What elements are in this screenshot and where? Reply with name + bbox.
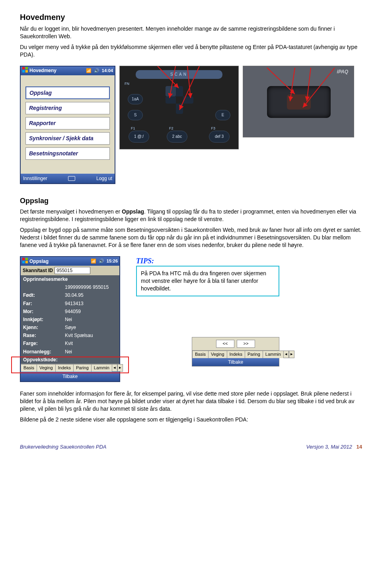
val-innkjopt: Nei <box>65 316 72 323</box>
mini-footer-tilbake[interactable]: Tilbake <box>228 359 243 365</box>
tab-paring[interactable]: Paring <box>73 364 92 372</box>
hovedmeny-footer: Innstillinger Logg ut <box>21 174 115 183</box>
hovedmeny-window: Hovedmeny 📶 🔊 14:04 Oppslag Registrering… <box>20 66 115 184</box>
speaker-icon: 🔊 <box>99 258 104 264</box>
ipaq-nav-recess <box>267 86 331 118</box>
nav-arrows-screenshot: << >> Basis Veging Indeks Paring Lammin … <box>192 337 279 367</box>
svg-rect-3 <box>25 70 28 73</box>
key-e[interactable]: E <box>215 110 230 120</box>
skann-id-input[interactable]: 955015 <box>55 267 90 274</box>
key-3[interactable]: def 3 <box>209 131 230 143</box>
val-ids: 1999999996 955015 <box>65 284 109 290</box>
oppslag-clock: 15:26 <box>107 258 118 264</box>
val-far: 9413413 <box>65 300 84 307</box>
year-prev-button[interactable]: << <box>216 340 234 348</box>
windows-start-icon[interactable] <box>22 258 28 265</box>
svg-rect-13 <box>25 258 28 260</box>
mini-tab-indeks[interactable]: Indeks <box>227 351 245 358</box>
oppslag-titlebar: Oppslag 📶 🔊 15:26 <box>21 257 119 266</box>
oppslag-paragraph-1: Det første menyvalget i hovedmenyen er O… <box>20 208 362 223</box>
val-mor: 944059 <box>65 308 81 315</box>
key-s[interactable]: S <box>128 110 143 120</box>
val-fodt: 30.04.95 <box>65 292 84 298</box>
mini-tab-basis[interactable]: Basis <box>192 351 209 358</box>
scan-key[interactable]: SCAN <box>136 70 222 79</box>
f3-label: F3 <box>211 126 215 131</box>
key-2[interactable]: 2 abc <box>167 131 187 143</box>
val-farge: Kvit <box>65 340 73 347</box>
lbl-opprinnelsesmerke: Opprinnelsesmerke <box>23 276 65 282</box>
dpad-down-icon[interactable] <box>176 104 183 114</box>
windows-start-icon[interactable] <box>22 67 28 74</box>
oppslag-footer: Tilbake <box>21 372 119 381</box>
mini-tab-lammin[interactable]: Lammin <box>263 351 284 358</box>
svg-rect-12 <box>22 258 25 260</box>
f2-label: F2 <box>169 126 173 131</box>
tab-scroll-right-icon[interactable]: ▸ <box>117 364 123 372</box>
oppslag-p1a: Det første menyvalget i hovedmenyen er <box>20 208 122 215</box>
dpad-up-icon[interactable] <box>176 86 183 96</box>
svg-rect-2 <box>22 70 25 73</box>
val-kjonn: Søye <box>65 324 76 331</box>
footer-loggut[interactable]: Logg ut <box>96 175 112 182</box>
dpad-left-icon[interactable] <box>166 96 176 104</box>
mini-scroll-right-icon[interactable]: ▸ <box>289 351 294 358</box>
ipaq-nav-button[interactable] <box>287 94 311 110</box>
mini-scroll-left-icon[interactable]: ◂ <box>283 351 289 358</box>
lbl-oppvekstkode: Oppvekstkode: <box>23 357 65 363</box>
ipaq-photo: iPAQ <box>243 66 354 137</box>
intro-paragraph-1: Når du er logget inn, blir hovedmenyen p… <box>20 25 362 40</box>
menu-item-synkroniser[interactable]: Synkroniser / Sjekk data <box>25 132 110 145</box>
paragraph-3: Faner som inneholder informasjon for fle… <box>20 390 362 413</box>
tab-basis[interactable]: Basis <box>21 364 37 372</box>
red-callout-arrows-ipaq-icon <box>267 89 291 104</box>
lbl-kjonn: Kjønn: <box>23 324 65 331</box>
lbl-mor: Mor: <box>23 308 65 315</box>
tab-veging[interactable]: Veging <box>37 364 56 372</box>
fn-label: FN <box>125 81 129 86</box>
oppslag-paragraph-2: Oppslag er bygd opp på samme måte som Be… <box>20 226 362 249</box>
tab-scroll-left-icon[interactable]: ◂ <box>112 364 117 372</box>
lbl-farge: Farge: <box>23 340 65 347</box>
menu-item-registrering[interactable]: Registrering <box>25 102 110 114</box>
footer-left: Brukerveiledning Sauekontrollen PDA <box>20 443 107 451</box>
oppslag-window: Oppslag 📶 🔊 15:26 Skann/tast ID 955015 O… <box>20 256 120 382</box>
lbl-blank <box>23 284 65 290</box>
menu-item-besetningsnotater[interactable]: Besetningsnotater <box>25 147 110 160</box>
dpad[interactable] <box>166 86 193 114</box>
skann-label: Skann/tast ID <box>23 267 53 274</box>
menu-item-oppslag[interactable]: Oppslag <box>25 86 110 100</box>
ipaq-logo-text: iPAQ <box>337 69 348 75</box>
f1-label: F1 <box>131 126 135 131</box>
key-1aA[interactable]: 1aA <box>128 94 143 104</box>
val-rase: Kvit Spælsau <box>65 332 93 339</box>
keyboard-icon[interactable] <box>68 176 75 181</box>
page-footer: Brukerveiledning Sauekontrollen PDA Vers… <box>20 443 362 451</box>
svg-rect-14 <box>22 261 25 263</box>
lbl-far: Far: <box>23 300 65 307</box>
tips-box: På PDA fra HTC må du dra fingeren over s… <box>136 266 279 296</box>
tab-indeks[interactable]: Indeks <box>55 364 74 372</box>
oppslag-title-text: Oppslag <box>29 258 49 265</box>
hovedmeny-titlebar: Hovedmeny 📶 🔊 14:04 <box>21 67 115 75</box>
hovedmeny-clock: 14:04 <box>102 68 113 74</box>
tab-lamming[interactable]: Lammin <box>91 364 112 372</box>
paragraph-4: Bildene på de 2 neste sidene viser alle … <box>20 416 362 423</box>
dpad-center-icon[interactable] <box>166 86 176 96</box>
hovedmeny-title-text: Hovedmeny <box>29 67 57 74</box>
svg-rect-15 <box>25 261 28 263</box>
intro-paragraph-2: Du velger meny ved å trykke på den trykk… <box>20 43 362 59</box>
menu-item-rapporter[interactable]: Rapporter <box>25 117 110 129</box>
oppslag-tabs: Basis Veging Indeks Paring Lammin ◂ ▸ <box>21 364 119 372</box>
val-hornanlegg: Nei <box>65 349 72 355</box>
dpad-right-icon[interactable] <box>183 96 193 104</box>
mini-tab-veging[interactable]: Veging <box>208 351 227 358</box>
mini-tab-paring[interactable]: Paring <box>245 351 263 358</box>
key-1[interactable]: 1 @:/ <box>129 131 149 143</box>
svg-rect-0 <box>22 67 25 69</box>
speaker-icon: 🔊 <box>94 68 99 74</box>
year-next-button[interactable]: >> <box>237 340 255 348</box>
footer-version: Versjon 3, Mai 2012 <box>306 444 352 450</box>
footer-tilbake[interactable]: Tilbake <box>62 373 78 380</box>
footer-innstillinger[interactable]: Innstillinger <box>23 175 47 182</box>
